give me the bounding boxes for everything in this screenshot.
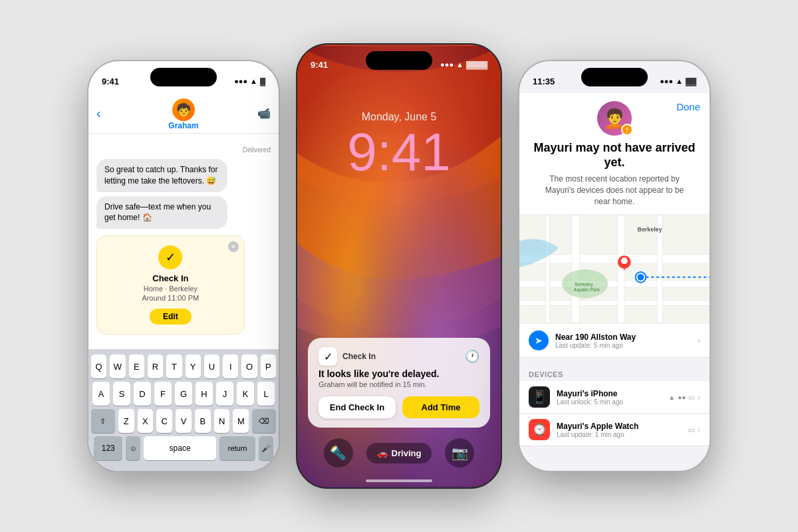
checkin-card: ✕ ✓ Check In Home · Berkeley Around 11:0… [96,235,245,334]
watch-info: Mayuri's Apple Watch Last update: 1 min … [557,422,682,438]
map-svg: Berkeley Aquatic Park Berkeley [519,214,710,324]
status-icons-3: ●●● ▲ ▓▓ [660,77,696,85]
key-w[interactable]: W [110,354,125,378]
key-g[interactable]: G [175,382,192,406]
notification-title: It looks like you're delayed. [319,368,479,379]
delivered-label: Delivered [96,146,271,154]
battery-icon-2: ▓▓▓▓ [466,61,487,68]
app-name: Check In [342,352,460,361]
devices-section: DEVICES 📱 Mayuri's iPhone Last unlock: 5… [519,364,710,471]
alert-title: Mayuri may not have arrived yet. [530,141,699,170]
message-bubble-1: So great to catch up. Thanks for letting… [96,159,227,192]
wifi-status-icon: ▲ [668,394,675,401]
location-text: Near 190 Allston Way Last update: 5 min … [555,332,690,349]
key-q[interactable]: Q [91,354,106,378]
device-item-watch[interactable]: ⌚ Mayuri's Apple Watch Last update: 1 mi… [519,414,710,446]
key-u[interactable]: U [204,354,219,378]
svg-point-19 [621,257,628,264]
key-j[interactable]: J [216,382,233,406]
key-b[interactable]: B [195,409,211,433]
keyboard: Q W E R T Y U I O P A S D F G H [88,349,279,471]
key-i[interactable]: I [223,354,238,378]
checkin-edit-button[interactable]: Edit [150,309,192,325]
key-shift[interactable]: ⇧ [91,409,115,433]
clock-icon: 🕐 [465,349,479,364]
device-item-iphone[interactable]: 📱 Mayuri's iPhone Last unlock: 5 min ago… [519,381,710,414]
key-o[interactable]: O [241,354,257,378]
key-y[interactable]: Y [186,354,201,378]
watch-battery-icon: ▭ [688,426,694,434]
dynamic-island-3 [581,68,648,86]
key-d[interactable]: D [134,382,151,406]
keyboard-row-3: ⇧ Z X C V B N M ⌫ [91,409,276,433]
add-time-button[interactable]: Add Time [402,396,479,418]
iphone-status: Last unlock: 5 min ago [557,398,662,406]
key-l[interactable]: L [257,382,275,406]
key-t[interactable]: T [166,354,182,378]
key-s[interactable]: S [113,382,130,406]
key-c[interactable]: C [156,409,172,433]
alert-badge: ! [621,124,633,136]
key-r[interactable]: R [148,354,163,378]
key-m[interactable]: M [233,409,249,433]
car-icon: 🚗 [377,448,388,458]
key-a[interactable]: A [92,382,110,406]
key-h[interactable]: H [196,382,213,406]
lockscreen-controls: 🔦 🚗 Driving 📷 [297,438,501,467]
key-space[interactable]: space [144,436,216,460]
watch-icon: ⌚ [529,419,550,440]
message-bubble-2: Drive safe—text me when you get home! 🏠 [96,196,227,229]
key-k[interactable]: K [237,382,254,406]
location-info[interactable]: ➤ Near 190 Allston Way Last update: 5 mi… [519,324,710,358]
contact-avatar: 🧒 [172,98,195,121]
key-v[interactable]: V [176,409,192,433]
battery-icon-1: ▓ [260,77,265,85]
driving-mode-button[interactable]: 🚗 Driving [366,443,432,464]
key-numbers[interactable]: 123 [94,436,122,460]
key-f[interactable]: F [154,382,172,406]
phone-lockscreen: 9:41 ●●● ▲ ▓▓▓▓ Monday, June 5 9:41 ✓ Ch… [296,43,502,489]
notification-header: ✓ Check In 🕐 [319,347,479,366]
key-emoji[interactable]: ☺ [126,436,140,460]
key-z[interactable]: Z [118,409,134,433]
iphone-info: Mayuri's iPhone Last unlock: 5 min ago [557,389,662,406]
location-last-update: Last update: 5 min ago [555,342,690,349]
driving-label: Driving [392,448,422,458]
svg-text:Berkeley: Berkeley [575,282,593,287]
end-checkin-button[interactable]: End Check In [319,396,396,418]
facetime-button[interactable]: 📹 [257,107,271,120]
map-section[interactable]: Berkeley Aquatic Park Berkeley [519,214,710,324]
status-icons-2: ●●● ▲ ▓▓▓▓ [440,61,487,68]
dynamic-island-2 [366,51,432,70]
key-mic[interactable]: 🎤 [259,436,273,460]
alert-header: Done 🧑‍🦱 ! Mayuri may not have arrived y… [519,93,710,215]
flashlight-button[interactable]: 🔦 [324,438,353,467]
messages-header: ‹ 🧒 Graham 📹 [88,93,279,134]
lockscreen-time: 9:41 [297,126,501,179]
contact-name[interactable]: Graham [168,121,198,130]
keyboard-bottom-row: 123 ☺ space return 🎤 [91,436,276,460]
camera-button[interactable]: 📷 [445,438,474,467]
iphone-name: Mayuri's iPhone [557,389,662,398]
key-delete[interactable]: ⌫ [252,409,276,433]
status-time-2: 9:41 [311,60,328,70]
status-icons-1: ●●● ▲ ▓ [234,77,265,85]
key-return[interactable]: return [219,436,255,460]
device-chevron-2: › [697,424,700,435]
wifi-icon-2: ▲ [456,61,464,68]
iphone-icon: 📱 [529,386,550,408]
key-p[interactable]: P [261,354,276,378]
key-e[interactable]: E [129,354,144,378]
key-x[interactable]: X [138,409,154,433]
checkin-close-button[interactable]: ✕ [228,241,239,252]
device-chevron-1: › [697,392,700,402]
keyboard-row-2: A S D F G H J K L [91,382,276,406]
done-button[interactable]: Done [676,101,700,112]
key-n[interactable]: N [214,409,230,433]
back-button[interactable]: ‹ [96,106,101,121]
signal-icon-3: ●●● [660,77,673,85]
checkin-icon: ✓ [158,245,182,269]
mayuri-avatar: 🧑‍🦱 ! [597,101,632,136]
svg-point-21 [638,274,644,281]
notification-buttons: End Check In Add Time [319,396,479,418]
